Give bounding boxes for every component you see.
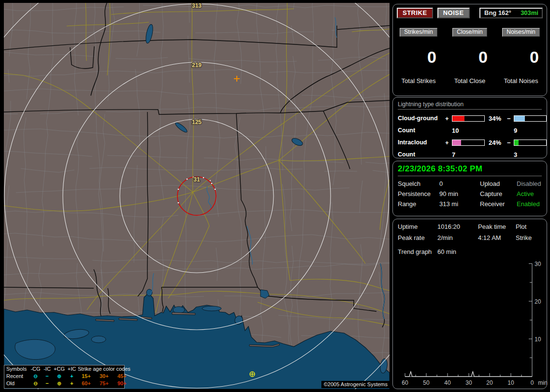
trend-y-tick-labels: 30 20 10 bbox=[535, 261, 541, 343]
plus-ic-old-icon: + bbox=[66, 380, 78, 387]
legend-old-row: Old ⊖ − ⊕ + 60+ 75+ 90+ bbox=[4, 380, 124, 387]
minus-cg-recent-icon: ⊖ bbox=[29, 373, 42, 380]
cg-minus-bar bbox=[514, 115, 547, 122]
trend-axes bbox=[405, 264, 532, 377]
legend-recent-label: Recent bbox=[6, 373, 29, 380]
capture-label: Capture bbox=[480, 190, 517, 197]
legend-recent-row: Recent ⊖ − ⊕ + 15+ 30+ 45+ bbox=[4, 373, 124, 380]
range-value: 313 mi bbox=[439, 200, 480, 208]
ic-count-row: Count 7 3 bbox=[398, 148, 542, 161]
ic-plus-pct: 24% bbox=[487, 139, 507, 146]
lightning-map[interactable]: 313 219 125 31 Symbols -CG -IC +CG +IC S… bbox=[4, 3, 390, 389]
ring-label-125: 125 bbox=[192, 119, 202, 126]
ring-label-219: 219 bbox=[192, 62, 202, 69]
upload-label: Upload bbox=[480, 180, 517, 187]
trend-x-tick-labels: 60 50 40 30 20 10 0 min bbox=[402, 379, 547, 386]
ring-label-31: 31 bbox=[193, 176, 200, 183]
minus-sign: − bbox=[507, 115, 514, 122]
trend-graph: 30 20 10 60 50 40 30 20 10 0 min bbox=[398, 255, 550, 392]
ic-plus-count: 7 bbox=[452, 151, 487, 158]
map-canvas: 313 219 125 31 bbox=[4, 3, 390, 389]
plus-cg-recent-icon: ⊕ bbox=[53, 373, 66, 380]
age-45: 45+ bbox=[117, 373, 135, 380]
bearing-label: Bng 162° bbox=[484, 9, 511, 16]
datetime-display: 2/23/2026 8:35:02 PM bbox=[398, 164, 542, 176]
cg-count-row: Count 10 9 bbox=[398, 124, 542, 137]
cg-minus-count: 9 bbox=[514, 127, 549, 134]
legend-old-label: Old bbox=[6, 380, 29, 387]
legend-symbols-header: Symbols bbox=[6, 365, 29, 373]
cg-plus-bar bbox=[452, 115, 485, 122]
cg-count-label: Count bbox=[398, 127, 445, 134]
noises-per-min-chip[interactable]: Noises/min bbox=[502, 28, 539, 37]
map-legend: Symbols -CG -IC +CG +IC Strike age color… bbox=[4, 365, 125, 389]
bearing-distance: 303mi bbox=[521, 9, 538, 16]
legend-col-pos-cg: +CG bbox=[53, 365, 66, 373]
peak-rate-value: 2/min bbox=[437, 234, 478, 241]
receiver-value: Enabled bbox=[517, 200, 550, 208]
legend-col-neg-cg: -CG bbox=[29, 365, 42, 373]
legend-col-pos-ic: +IC bbox=[66, 365, 78, 373]
bearing-indicator: Bng 162° 303mi bbox=[479, 8, 543, 18]
strikes-rate-value: 0 bbox=[393, 47, 444, 67]
squelch-label: Squelch bbox=[398, 180, 439, 187]
uptime-value: 1016:20 bbox=[437, 223, 478, 230]
svg-text:30: 30 bbox=[535, 261, 541, 267]
ic-minus-bar bbox=[514, 140, 547, 146]
total-close-label: Total Close bbox=[444, 77, 495, 84]
plot-value: Strike bbox=[516, 234, 548, 241]
svg-text:20: 20 bbox=[486, 379, 493, 386]
noises-rate-value: 0 bbox=[495, 47, 547, 67]
close-rate-value: 0 bbox=[444, 47, 495, 67]
strike-counters-panel: STRIKE NOISE Bng 162° 303mi Strikes/min … bbox=[392, 4, 547, 96]
intracloud-label: Intracloud bbox=[398, 139, 445, 146]
strike-button[interactable]: STRIKE bbox=[397, 8, 433, 18]
close-per-min-chip[interactable]: Close/min bbox=[452, 28, 487, 37]
svg-text:0: 0 bbox=[531, 379, 534, 386]
minus-cg-old-icon: ⊖ bbox=[29, 380, 42, 387]
total-strikes-label: Total Strikes bbox=[393, 77, 444, 84]
range-label: Range bbox=[398, 200, 439, 208]
copyright-text: ©2005 Astrogenic Systems bbox=[321, 381, 390, 388]
noise-button[interactable]: NOISE bbox=[437, 8, 470, 18]
plus-sign: + bbox=[445, 139, 452, 146]
age-90: 90+ bbox=[117, 380, 135, 387]
strikes-per-min-chip[interactable]: Strikes/min bbox=[400, 28, 437, 37]
status-panel: 2/23/2026 8:35:02 PM Squelch 0 Upload Di… bbox=[392, 161, 547, 216]
cloud-ground-row: Cloud-ground + 34% − 31% bbox=[398, 112, 542, 124]
intracloud-row: Intracloud + 24% − 10% bbox=[398, 137, 542, 148]
age-75: 75+ bbox=[100, 380, 117, 387]
plus-cg-old-icon: ⊕ bbox=[53, 380, 66, 387]
svg-text:60: 60 bbox=[402, 379, 408, 386]
receiver-label: Receiver bbox=[480, 200, 517, 208]
ic-minus-count: 3 bbox=[514, 151, 549, 158]
squelch-value: 0 bbox=[439, 180, 480, 187]
ic-plus-bar bbox=[452, 140, 485, 146]
trend-window-value: 60 min bbox=[437, 248, 478, 255]
ic-count-label: Count bbox=[398, 151, 445, 158]
age-30: 30+ bbox=[100, 373, 117, 380]
svg-text:min: min bbox=[538, 379, 547, 386]
trend-graph-label: Trend graph bbox=[398, 248, 437, 255]
minus-sign: − bbox=[507, 139, 514, 146]
peak-rate-label: Peak rate bbox=[398, 234, 437, 241]
distribution-title: Lightning type distribution bbox=[398, 101, 542, 110]
cloud-ground-label: Cloud-ground bbox=[398, 115, 445, 122]
peak-time-label: Peak time bbox=[478, 223, 516, 230]
ring-label-313: 313 bbox=[192, 3, 202, 9]
plus-ic-recent-icon: + bbox=[66, 373, 78, 380]
legend-age-header: Strike age color codes bbox=[78, 365, 135, 373]
strike-cg-plus-icon bbox=[250, 372, 255, 377]
age-60: 60+ bbox=[82, 380, 100, 387]
capture-value: Active bbox=[517, 190, 550, 197]
upload-value: Disabled bbox=[517, 180, 550, 187]
lightning-distribution-panel: Lightning type distribution Cloud-ground… bbox=[392, 97, 547, 158]
legend-header-row: Symbols -CG -IC +CG +IC Strike age color… bbox=[4, 365, 124, 373]
peak-time-value: 4:12 AM bbox=[478, 234, 516, 241]
svg-text:20: 20 bbox=[535, 298, 541, 305]
plot-label: Plot bbox=[516, 223, 548, 230]
uptime-trend-panel: Uptime 1016:20 Peak time Plot Peak rate … bbox=[392, 219, 547, 389]
svg-text:10: 10 bbox=[507, 379, 514, 386]
cg-plus-count: 10 bbox=[452, 127, 487, 134]
plus-sign: + bbox=[445, 115, 452, 122]
